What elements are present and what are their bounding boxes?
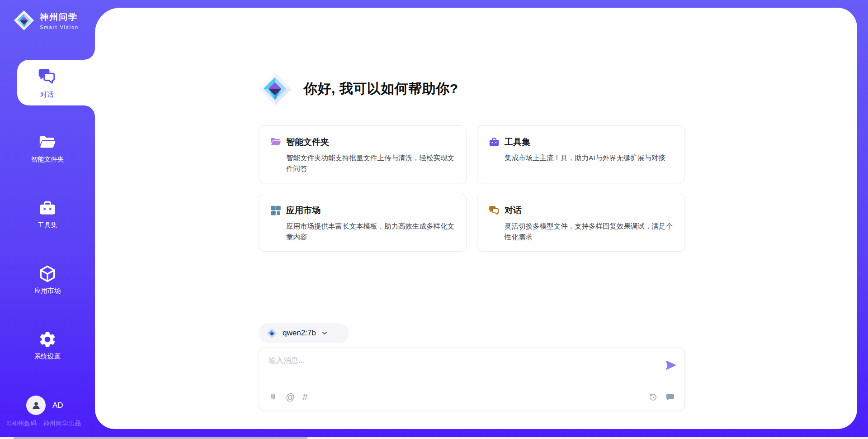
chat-bubble-icon[interactable]	[665, 392, 675, 402]
sidebar-item-label: 工具集	[38, 221, 57, 229]
composer-left-tools: @ #	[269, 392, 307, 402]
card-title: 工具集	[505, 136, 674, 148]
card-title: 应用市场	[286, 205, 455, 216]
composer-toolbar: @ #	[269, 383, 675, 410]
greeting: 你好, 我可以如何帮助你?	[258, 72, 458, 106]
avatar	[26, 396, 46, 415]
folder-icon	[38, 133, 57, 152]
sidebar-item-label: 应用市场	[34, 286, 61, 295]
scrollbar-thumb[interactable]	[14, 437, 307, 439]
apps-grid-icon	[270, 204, 282, 242]
chevron-down-icon	[321, 329, 328, 337]
gear-icon	[38, 330, 57, 349]
sidebar-item-toolset[interactable]: 工具集	[0, 191, 95, 237]
hash-icon[interactable]: #	[302, 392, 307, 401]
user-account[interactable]: AD	[26, 396, 63, 415]
card-description: 智能文件夹功能支持批量文件上传与清洗，轻松实现文件问答	[286, 153, 455, 174]
send-icon[interactable]	[665, 359, 677, 371]
chat-icon	[488, 204, 500, 242]
history-icon[interactable]	[648, 392, 658, 402]
sidebar-item-settings[interactable]: 系统设置	[0, 322, 95, 368]
message-input[interactable]	[259, 348, 684, 382]
copyright-footer: ©神州数码 · 神州问学出品	[7, 420, 81, 428]
card-description: 灵活切换多模型文件，支持多样回复效果调试，满足个性化需求	[505, 221, 674, 243]
card-app-market[interactable]: 应用市场 应用市场提供丰富长文本模板，助力高效生成多样化文章内容	[259, 194, 467, 252]
logo-diamond-icon	[14, 10, 34, 31]
brand-name: 神州问学	[40, 11, 79, 23]
sidebar-item-label: 系统设置	[34, 352, 61, 361]
model-selector[interactable]: qwen2:7b	[259, 323, 349, 343]
tab-curve-top	[84, 49, 95, 60]
sidebar-item-label: 智能文件夹	[31, 155, 64, 164]
logo-diamond-icon	[258, 72, 292, 106]
chat-icon	[37, 67, 57, 88]
folder-icon	[270, 135, 282, 173]
composer-right-tools	[648, 392, 675, 402]
card-title: 智能文件夹	[286, 136, 455, 148]
card-smart-folder[interactable]: 智能文件夹 智能文件夹功能支持批量文件上传与清洗，轻松实现文件问答	[259, 125, 467, 183]
toolbox-icon	[488, 135, 500, 173]
model-name: qwen2:7b	[283, 329, 316, 338]
at-icon[interactable]: @	[286, 392, 295, 401]
card-description: 应用市场提供丰富长文本模板，助力高效生成多样化文章内容	[286, 221, 455, 243]
sidebar-item-smart-folder[interactable]: 智能文件夹	[0, 125, 95, 171]
horizontal-scrollbar	[0, 437, 868, 439]
card-description: 集成市场上主流工具，助力AI与外界无缝扩展与对接	[505, 153, 674, 163]
sidebar-item-app-market[interactable]: 应用市场	[0, 257, 95, 302]
brand-subtitle: Smart Vision	[40, 24, 79, 30]
cube-icon	[38, 264, 57, 283]
card-chat[interactable]: 对话 灵活切换多模型文件，支持多样回复效果调试，满足个性化需求	[477, 194, 685, 252]
brand: 神州问学 Smart Vision	[14, 10, 79, 31]
tab-curve-bottom	[84, 105, 95, 116]
sidebar-item-chat[interactable]: 对话	[17, 60, 95, 105]
user-icon	[30, 400, 42, 411]
greeting-text: 你好, 我可以如何帮助你?	[304, 80, 458, 98]
card-title: 对话	[505, 205, 674, 216]
sidebar-item-label: 对话	[40, 91, 54, 99]
user-name: AD	[52, 401, 63, 410]
card-toolset[interactable]: 工具集 集成市场上主流工具，助力AI与外界无缝扩展与对接	[477, 125, 685, 183]
feature-cards: 智能文件夹 智能文件夹功能支持批量文件上传与清洗，轻松实现文件问答 工具集 集成…	[259, 125, 685, 252]
paperclip-icon[interactable]	[269, 392, 278, 402]
toolbox-icon	[38, 199, 57, 218]
message-composer: @ #	[259, 348, 685, 411]
logo-diamond-icon	[266, 328, 278, 339]
